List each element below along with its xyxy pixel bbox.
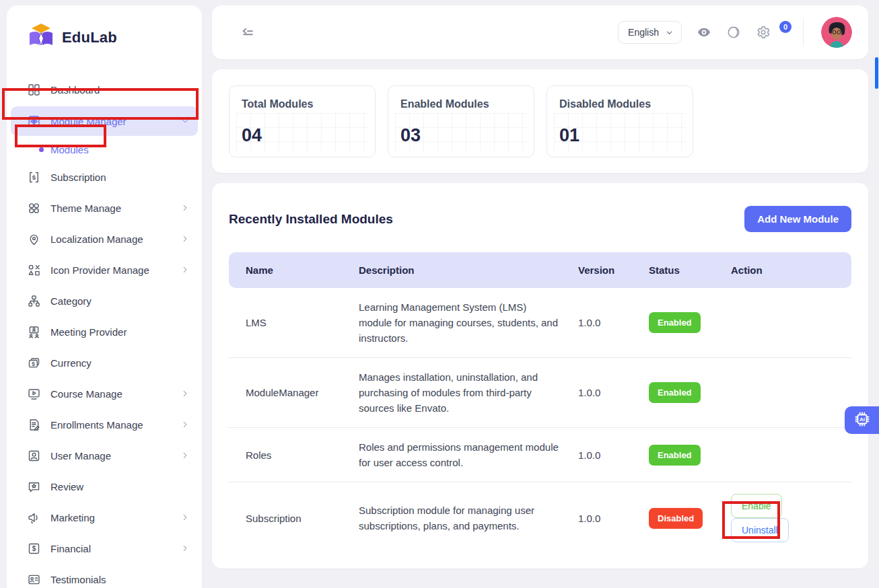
stat-card-disabled-modules: Disabled Modules01: [547, 85, 693, 157]
sidebar-item-meeting-provider[interactable]: Meeting Provider: [7, 316, 202, 347]
gear-icon[interactable]: [756, 25, 771, 40]
column-header-status: Status: [632, 252, 714, 288]
sidebar-item-label: Category: [50, 295, 190, 307]
svg-text:$: $: [32, 545, 36, 552]
table-row-modulemanager: ModuleManagerManages installation, unins…: [229, 358, 851, 428]
chevron-right-icon: [180, 234, 190, 244]
module-version: 1.0.0: [561, 482, 632, 554]
enrollments-icon: [27, 418, 41, 432]
module-stats-card: Total Modules04Enabled Modules03Disabled…: [212, 69, 868, 173]
sidebar-item-label: Localization Manage: [50, 233, 171, 245]
sidebar: EduLab DashboardModule ManagerModules$Su…: [7, 5, 202, 588]
sidebar-item-dashboard[interactable]: Dashboard: [7, 74, 202, 105]
uninstall-button[interactable]: Uninstall: [731, 518, 789, 542]
stat-value: 04: [242, 125, 363, 146]
brand-name: EduLab: [62, 29, 117, 46]
sidebar-subitem-modules[interactable]: Modules: [7, 137, 202, 161]
localization-icon: [27, 232, 41, 246]
screen: EduLab DashboardModule ManagerModules$Su…: [0, 0, 879, 588]
sidebar-item-theme-manage[interactable]: Theme Manage: [7, 192, 202, 223]
currency-icon: $: [27, 356, 41, 370]
add-new-module-button[interactable]: Add New Module: [744, 206, 851, 232]
sidebar-item-label: Marketing: [50, 512, 171, 523]
enable-button[interactable]: Enable: [731, 494, 782, 518]
module-description: Manages installation, uninstallation, an…: [359, 369, 561, 416]
sidebar-item-subscription[interactable]: $Subscription: [7, 161, 202, 192]
table-body: LMSLearning Management System (LMS) modu…: [229, 288, 851, 554]
sidebar-item-currency[interactable]: $Currency: [7, 347, 202, 378]
sidebar-item-label: Module Manager: [50, 116, 171, 127]
sidebar-item-label: Icon Provider Manage: [50, 264, 171, 276]
status-badge-disabled: Disabled: [649, 508, 703, 529]
column-header-name: Name: [229, 252, 342, 288]
sidebar-item-marketing[interactable]: Marketing: [7, 502, 202, 533]
edulab-book-cap-logo-icon: [27, 23, 55, 52]
module-version: 1.0.0: [561, 358, 632, 428]
user-avatar[interactable]: [821, 17, 852, 48]
status-badge-enabled: Enabled: [649, 312, 701, 333]
sidebar-item-icon-provider-manage[interactable]: Icon Provider Manage: [7, 254, 202, 285]
module-status-cell: Enabled: [632, 358, 714, 428]
bullet-dot-icon: [39, 147, 44, 152]
chevron-right-icon: [180, 513, 190, 522]
sidebar-item-financial[interactable]: $Financial: [7, 533, 202, 564]
sidebar-item-enrollments-manage[interactable]: Enrollments Manage: [7, 409, 202, 440]
status-badge-enabled: Enabled: [649, 382, 701, 403]
sidebar-item-label: Meeting Provider: [50, 326, 190, 338]
module-description-cell: Learning Management System (LMS) module …: [342, 288, 561, 358]
sidebar-nav: DashboardModule ManagerModules$Subscript…: [7, 65, 202, 588]
stat-card-enabled-modules: Enabled Modules03: [388, 85, 534, 157]
category-icon: [27, 294, 41, 308]
module-description-cell: Subscription module for managing user su…: [342, 482, 561, 554]
ai-chip-icon: AI: [853, 410, 871, 431]
theme-icon: [27, 201, 41, 215]
sidebar-item-course-manage[interactable]: Course Manage: [7, 378, 202, 409]
stat-label: Total Modules: [242, 98, 363, 110]
course-icon: [27, 387, 41, 401]
module-description-cell: Manages installation, uninstallation, an…: [342, 358, 561, 428]
module-name: Subscription: [229, 482, 342, 554]
chevron-right-icon: [180, 265, 190, 274]
module-status-cell: Enabled: [632, 288, 714, 358]
table-row-lms: LMSLearning Management System (LMS) modu…: [229, 288, 851, 358]
sidebar-item-label: User Manage: [50, 450, 171, 462]
sidebar-item-module-manager[interactable]: Module Manager: [11, 106, 198, 136]
chevron-down-icon: [180, 116, 190, 126]
brand-logo: EduLab: [7, 5, 202, 65]
contrast-moon-icon[interactable]: [726, 25, 741, 40]
review-icon: [27, 480, 41, 494]
sidebar-item-user-manage[interactable]: User Manage: [7, 440, 202, 471]
sidebar-collapse-icon[interactable]: [240, 25, 255, 40]
sidebar-item-label: Currency: [50, 357, 190, 369]
sidebar-item-label: Testimonials: [50, 574, 190, 585]
eye-icon[interactable]: [697, 25, 711, 40]
sidebar-item-testimonials[interactable]: Testimonials: [7, 564, 202, 588]
chevron-right-icon: [180, 389, 190, 398]
stat-value: 03: [400, 125, 522, 146]
table-row-subscription: SubscriptionSubscription module for mana…: [229, 482, 851, 554]
language-label: English: [628, 27, 659, 38]
language-select[interactable]: English: [618, 21, 682, 44]
ai-assistant-fab[interactable]: AI: [845, 406, 879, 434]
module-action-cell: [714, 288, 851, 358]
module-status-cell: Enabled: [632, 428, 714, 482]
module-description: Subscription module for managing user su…: [359, 503, 561, 534]
status-badge-enabled: Enabled: [649, 445, 701, 466]
section-title: Recently Installed Modules: [229, 212, 393, 227]
sidebar-item-review[interactable]: Review: [7, 471, 202, 502]
module-action-cell: EnableUninstall: [714, 482, 851, 554]
modules-card: Recently Installed Modules Add New Modul…: [212, 183, 868, 568]
column-header-version: Version: [561, 252, 632, 288]
modules-table: NameDescriptionVersionStatusAction LMSLe…: [229, 252, 851, 554]
module-version: 1.0.0: [561, 288, 632, 358]
sidebar-item-category[interactable]: Category: [7, 285, 202, 316]
stat-value: 01: [559, 125, 680, 146]
topbar-actions: English: [618, 17, 852, 48]
testimonials-icon: [27, 573, 41, 587]
chevron-right-icon: [180, 203, 190, 213]
stat-card-total-modules: Total Modules04: [229, 85, 376, 157]
module-description: Learning Management System (LMS) module …: [359, 299, 561, 346]
chevron-right-icon: [180, 420, 190, 429]
scrollbar-thumb[interactable]: [875, 57, 878, 89]
sidebar-item-localization-manage[interactable]: Localization Manage: [7, 223, 202, 254]
